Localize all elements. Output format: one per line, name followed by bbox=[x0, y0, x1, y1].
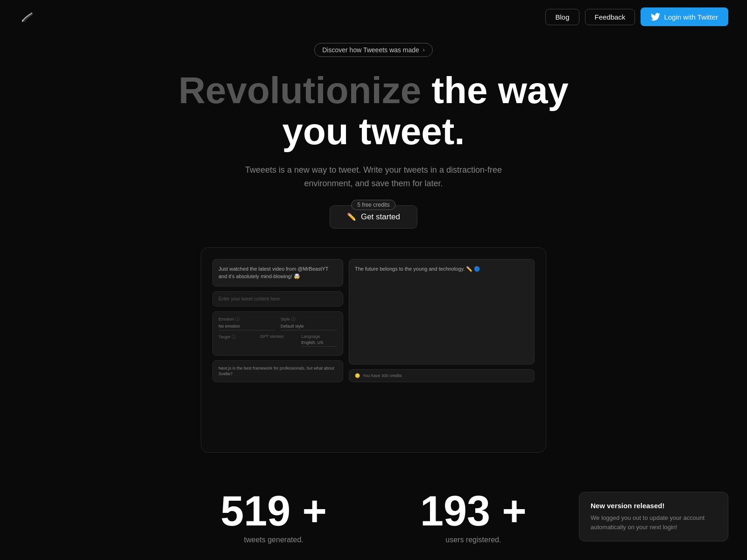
tweets-stat: 519 + tweets generated. bbox=[220, 490, 327, 544]
info-icon-3: ⓘ bbox=[232, 334, 236, 340]
info-icon: ⓘ bbox=[235, 316, 240, 322]
style-option: Style ⓘ Default style bbox=[281, 316, 337, 330]
cta-wrapper: 5 free credits ✏️ Get started bbox=[330, 205, 417, 229]
left-column: Just watched the latest video from @MrBe… bbox=[212, 259, 343, 382]
preview-section: Just watched the latest video from @MrBe… bbox=[0, 247, 747, 453]
option-row-2: Target ⓘ GPT Version Language English, U… bbox=[218, 334, 337, 347]
feedback-button[interactable]: Feedback bbox=[585, 9, 635, 25]
users-count: 193 + bbox=[420, 490, 527, 532]
navbar: Blog Feedback Login with Twitter bbox=[0, 0, 747, 34]
hero-title: Revolutionize the way you tweet. bbox=[163, 70, 584, 152]
tweet-input-placeholder: Enter your tweet content here bbox=[212, 291, 343, 307]
logo bbox=[19, 8, 35, 25]
login-twitter-button[interactable]: Login with Twitter bbox=[641, 7, 728, 26]
gpt-option: GPT Version bbox=[260, 334, 296, 347]
coin-icon: 🪙 bbox=[355, 373, 360, 378]
app-preview: Just watched the latest video from @MrBe… bbox=[201, 247, 546, 453]
options-grid: Emotion ⓘ No emotion Style ⓘ Default sty… bbox=[212, 311, 343, 356]
notification-body: We logged you out to update your account… bbox=[591, 513, 717, 532]
svg-point-0 bbox=[22, 20, 24, 21]
users-stat: 193 + users registered. bbox=[420, 490, 527, 544]
chevron-right-icon: › bbox=[423, 47, 425, 53]
language-value: English, US bbox=[301, 340, 337, 347]
notification-title: New version released! bbox=[591, 502, 717, 510]
blog-button[interactable]: Blog bbox=[545, 9, 579, 25]
style-value: Default style bbox=[281, 324, 337, 330]
cta-badge: 5 free credits bbox=[351, 200, 395, 210]
tweets-label: tweets generated. bbox=[220, 536, 327, 544]
tweets-count: 519 + bbox=[220, 490, 327, 532]
right-column: The future belongs to the young and tech… bbox=[349, 259, 535, 382]
app-ui-mockup: Just watched the latest video from @MrBe… bbox=[212, 259, 535, 382]
logo-icon bbox=[19, 8, 35, 25]
info-icon-2: ⓘ bbox=[291, 316, 296, 322]
target-option: Target ⓘ bbox=[218, 334, 254, 347]
hero-title-light: Revolutionize bbox=[178, 70, 421, 111]
edit-icon: ✏️ bbox=[347, 212, 356, 221]
notification-banner: New version released! We logged you out … bbox=[579, 492, 728, 541]
tweet-display: Just watched the latest video from @MrBe… bbox=[212, 259, 343, 287]
language-option: Language English, US bbox=[301, 334, 337, 347]
users-label: users registered. bbox=[420, 536, 527, 544]
option-row-1: Emotion ⓘ No emotion Style ⓘ Default sty… bbox=[218, 316, 337, 330]
credits-bar: 🪙 You have 300 credits bbox=[349, 369, 535, 382]
emotion-option: Emotion ⓘ No emotion bbox=[218, 316, 275, 330]
generated-tweet: The future belongs to the young and tech… bbox=[349, 259, 535, 364]
hero-subtitle: Tweeets is a new way to tweet. Write you… bbox=[238, 163, 509, 190]
bottom-tweet: Next.js is the best framework for profes… bbox=[212, 360, 343, 382]
emotion-value: No emotion bbox=[218, 324, 275, 330]
discover-badge[interactable]: Discover how Tweeets was made › bbox=[314, 43, 433, 57]
hero-section: Discover how Tweeets was made › Revoluti… bbox=[0, 34, 747, 229]
nav-actions: Blog Feedback Login with Twitter bbox=[545, 7, 728, 26]
twitter-icon bbox=[651, 12, 660, 21]
